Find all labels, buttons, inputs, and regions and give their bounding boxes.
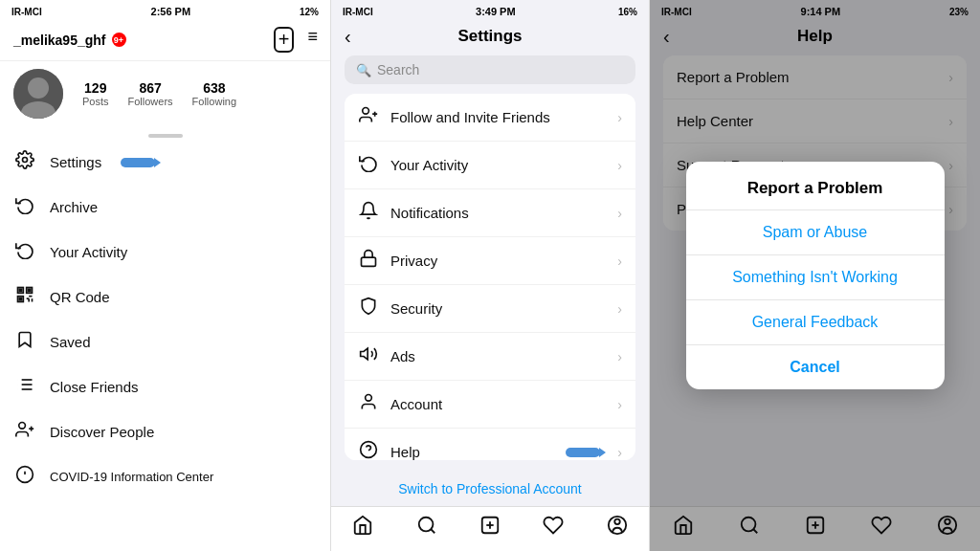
- menu-item-covid[interactable]: COVID-19 Information Center: [0, 454, 330, 499]
- activity-arrow: ›: [617, 158, 622, 173]
- account-arrow: ›: [617, 397, 622, 412]
- covid-icon: [13, 465, 36, 489]
- settings-item-activity[interactable]: Your Activity ›: [345, 142, 635, 189]
- time-p1: 2:56 PM: [151, 6, 191, 17]
- security-arrow: ›: [617, 301, 622, 317]
- nav-profile-p2[interactable]: [607, 515, 628, 541]
- follow-label: Follow and Invite Friends: [390, 109, 606, 125]
- help-arrow-highlight: [566, 448, 600, 457]
- switch-professional-button[interactable]: Switch to Professional Account: [331, 472, 649, 506]
- header-icons[interactable]: + ≡: [274, 27, 317, 53]
- status-icons-p1: 12%: [300, 7, 319, 17]
- settings-item-security[interactable]: Security ›: [345, 285, 635, 333]
- status-bar-p2: IR-MCI 3:49 PM 16%: [331, 0, 649, 21]
- status-bar-p1: IR-MCI 2:56 PM 12%: [0, 0, 330, 21]
- stat-following: 638 Following: [192, 80, 236, 107]
- svg-point-32: [366, 395, 372, 402]
- help-label: Help: [390, 444, 554, 460]
- time-p2: 3:49 PM: [476, 6, 516, 17]
- dialog-option-feedback[interactable]: General Feedback: [686, 300, 945, 345]
- nav-heart-p2[interactable]: [543, 515, 564, 541]
- dialog-option-spam[interactable]: Spam or Abuse: [686, 210, 945, 255]
- menu-item-discover[interactable]: Discover People: [0, 409, 330, 454]
- settings-item-account[interactable]: Account ›: [345, 381, 635, 429]
- your-activity-icon: [358, 153, 379, 177]
- battery-p2: 16%: [618, 7, 637, 17]
- help-arrow: ›: [617, 445, 622, 460]
- followers-count: 867: [139, 80, 161, 96]
- settings-item-ads[interactable]: Ads ›: [345, 333, 635, 381]
- saved-icon: [13, 330, 36, 354]
- svg-line-39: [431, 529, 434, 533]
- menu-item-archive[interactable]: Archive: [0, 185, 330, 230]
- svg-rect-8: [28, 289, 31, 292]
- settings-label: Settings: [50, 154, 101, 170]
- dialog-cancel-button[interactable]: Cancel: [686, 345, 945, 389]
- qr-icon: [13, 285, 36, 309]
- security-icon: [358, 297, 379, 320]
- dialog-overlay[interactable]: Report a Problem Spam or Abuse Something…: [650, 0, 980, 551]
- battery-p1: 12%: [300, 7, 319, 17]
- svg-point-38: [418, 518, 433, 532]
- discover-label: Discover People: [50, 424, 154, 440]
- menu-item-your-activity[interactable]: Your Activity: [0, 230, 330, 275]
- settings-list: Follow and Invite Friends › Your Activit…: [331, 94, 649, 506]
- search-bar[interactable]: 🔍 Search: [345, 55, 635, 84]
- svg-point-21: [19, 423, 26, 430]
- username-text: _melika95_ghf: [13, 33, 106, 48]
- panel3-help: IR-MCI 9:14 PM 23% ‹ Help Report a Probl…: [650, 0, 980, 551]
- profile-username: _melika95_ghf 9+: [13, 33, 126, 48]
- add-icon[interactable]: +: [274, 27, 295, 53]
- settings-group-main: Follow and Invite Friends › Your Activit…: [345, 94, 635, 460]
- carrier-p2: IR-MCI: [343, 7, 373, 17]
- menu-icon[interactable]: ≡: [307, 27, 317, 53]
- close-friends-icon: [13, 375, 36, 399]
- nav-search-p2[interactable]: [416, 515, 437, 541]
- settings-icon: [13, 150, 36, 174]
- profile-stats: 129 Posts 867 Followers 638 Following: [82, 80, 236, 107]
- profile-info: 129 Posts 867 Followers 638 Following: [0, 61, 330, 128]
- your-activity-label: Your Activity: [50, 244, 127, 260]
- notifications-icon: [358, 201, 379, 225]
- carrier-p1: IR-MCI: [11, 7, 42, 17]
- svg-rect-7: [19, 289, 22, 292]
- svg-point-27: [363, 108, 369, 115]
- settings-topbar: ‹ Settings: [331, 21, 649, 55]
- svg-rect-9: [19, 298, 22, 300]
- qr-label: QR Code: [50, 289, 110, 305]
- posts-label: Posts: [82, 96, 109, 107]
- search-placeholder: Search: [377, 62, 419, 77]
- menu-item-saved[interactable]: Saved: [0, 320, 330, 364]
- menu-list: Settings Archive Your Activity: [0, 140, 330, 551]
- posts-count: 129: [84, 80, 106, 96]
- following-count: 638: [203, 80, 225, 96]
- settings-item-follow[interactable]: Follow and Invite Friends ›: [345, 94, 635, 142]
- privacy-label: Privacy: [390, 253, 606, 269]
- settings-title: Settings: [457, 27, 522, 46]
- settings-item-help[interactable]: Help ›: [345, 429, 635, 460]
- nav-home-p2[interactable]: [352, 515, 373, 541]
- dialog-option-not-working[interactable]: Something Isn't Working: [686, 255, 945, 300]
- help-icon: [358, 440, 379, 460]
- menu-item-qr[interactable]: QR Code: [0, 275, 330, 320]
- bottom-nav-p2: [331, 506, 649, 551]
- slide-handle: [148, 134, 183, 138]
- svg-marker-31: [361, 348, 368, 360]
- panel1-profile: IR-MCI 2:56 PM 12% _melika95_ghf 9+ + ≡ …: [0, 0, 330, 551]
- settings-item-privacy[interactable]: Privacy ›: [345, 237, 635, 285]
- nav-add-p2[interactable]: [479, 515, 501, 541]
- panel2-settings: IR-MCI 3:49 PM 16% ‹ Settings 🔍 Search F…: [330, 0, 650, 551]
- settings-item-notifications[interactable]: Notifications ›: [345, 189, 635, 237]
- security-label: Security: [390, 300, 606, 317]
- svg-point-44: [614, 519, 620, 525]
- archive-label: Archive: [50, 199, 98, 215]
- profile-header: _melika95_ghf 9+ + ≡: [0, 21, 330, 61]
- ads-icon: [358, 344, 379, 368]
- privacy-arrow: ›: [617, 253, 622, 269]
- notification-badge: 9+: [112, 33, 126, 47]
- back-button-p2[interactable]: ‹: [345, 26, 351, 48]
- menu-item-settings[interactable]: Settings: [0, 140, 330, 185]
- following-label: Following: [192, 96, 236, 107]
- close-friends-label: Close Friends: [50, 379, 139, 395]
- menu-item-close-friends[interactable]: Close Friends: [0, 364, 330, 409]
